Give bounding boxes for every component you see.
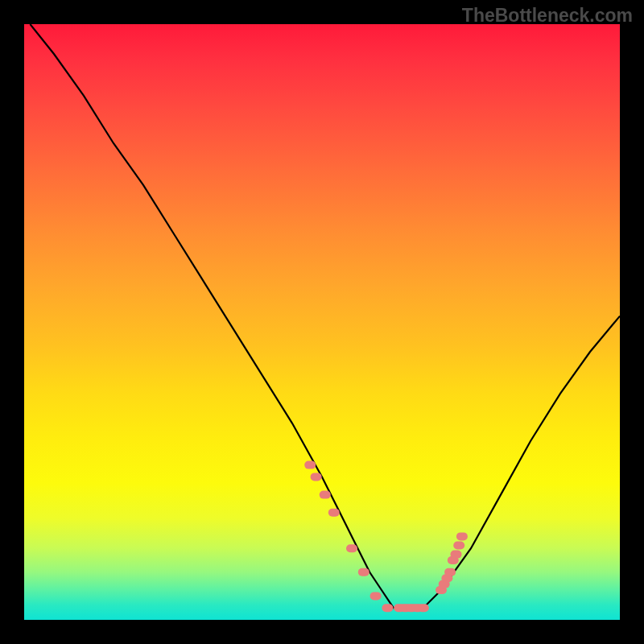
- marker-dot: [451, 551, 462, 559]
- marker-dot: [328, 509, 340, 517]
- marker-dot: [444, 568, 456, 576]
- marker-dot: [453, 542, 464, 550]
- chart-plot-area: [24, 24, 620, 620]
- bottleneck-curve-line: [30, 24, 620, 608]
- scatter-markers: [304, 461, 468, 613]
- watermark-text: TheBottleneck.com: [462, 5, 633, 27]
- marker-dot: [370, 592, 382, 600]
- chart-svg: [24, 24, 620, 620]
- marker-dot: [358, 568, 369, 576]
- marker-dot: [320, 491, 331, 499]
- marker-dot: [382, 604, 393, 612]
- marker-dot: [418, 604, 429, 612]
- marker-dot: [346, 544, 357, 552]
- marker-dot: [304, 461, 316, 469]
- marker-dot: [311, 473, 322, 481]
- marker-dot: [456, 532, 468, 540]
